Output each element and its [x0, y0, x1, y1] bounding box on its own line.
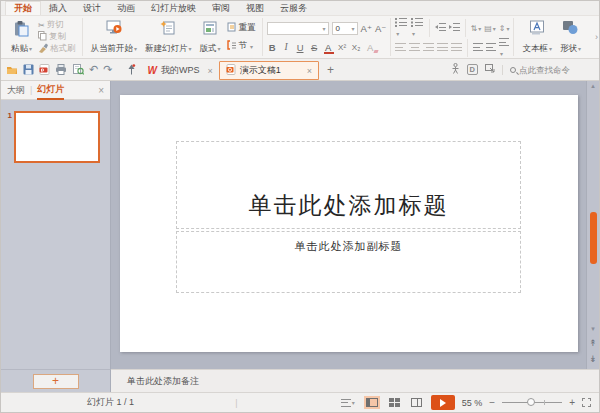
vertical-scrollbar[interactable]: ▴ ▾ ↟ ↡ [586, 81, 599, 369]
decrease-paragraph-spacing-button[interactable] [486, 43, 496, 53]
shapes-button[interactable]: 形状 [556, 18, 585, 56]
docer-icon[interactable]: D [467, 64, 478, 75]
increase-indent-icon [449, 23, 460, 31]
slideshow-play-button[interactable] [431, 395, 455, 410]
new-document-tab-button[interactable]: + [319, 59, 342, 80]
bullets-button[interactable] [395, 18, 408, 38]
scrollbar-thumb[interactable] [590, 212, 597, 264]
menu-tab-cloud[interactable]: 云服务 [272, 1, 315, 15]
slide-sorter-view-button[interactable] [387, 396, 402, 409]
search-input[interactable] [519, 65, 591, 75]
numbering-button[interactable] [411, 18, 424, 38]
paragraph-more-button[interactable] [499, 38, 509, 58]
zoom-out-button[interactable]: − [489, 397, 495, 408]
tab-slides[interactable]: 幻灯片 [37, 81, 64, 100]
print-preview-button[interactable] [72, 64, 84, 75]
clear-format-button[interactable]: A [365, 42, 376, 53]
fit-to-window-icon[interactable] [582, 398, 591, 407]
scroll-up-icon[interactable]: ▴ [587, 82, 599, 90]
undo-button[interactable]: ↶ [89, 64, 98, 75]
cut-button[interactable]: ✂ 剪切 [38, 19, 76, 31]
next-slide-button[interactable]: ↡ [587, 355, 599, 364]
menu-tab-design[interactable]: 设计 [75, 1, 109, 15]
reset-icon [227, 22, 237, 34]
format-painter-button[interactable]: 格式刷 [38, 43, 76, 55]
print-button[interactable] [55, 64, 67, 75]
previous-slide-button[interactable]: ↟ [587, 339, 599, 348]
normal-view-button[interactable] [364, 396, 380, 409]
slide-layout-button[interactable]: 版式 [196, 18, 225, 56]
ribbon-expand-chevron-icon[interactable]: › [595, 16, 598, 58]
new-slide-icon [160, 20, 176, 38]
line-spacing-button[interactable]: ⇕ [499, 23, 510, 33]
distribute-button[interactable] [451, 43, 462, 53]
slide-1[interactable]: 单击此处添加标题 单击此处添加副标题 [120, 95, 578, 352]
assistant-icon[interactable] [451, 63, 460, 76]
notes-area[interactable]: 单击此处添加备注 [111, 369, 599, 392]
paste-button[interactable]: 粘贴 [7, 18, 36, 56]
columns-icon: ▤ [484, 24, 492, 33]
pin-toolbar-button[interactable] [127, 64, 136, 75]
superscript-button[interactable]: X² [337, 43, 348, 52]
menu-tab-animation[interactable]: 动画 [109, 1, 143, 15]
strikethrough-button[interactable]: S [309, 42, 320, 53]
save-button[interactable] [23, 64, 34, 75]
menu-tab-insert[interactable]: 插入 [41, 1, 75, 15]
increase-font-size-button[interactable]: A⁺ [361, 23, 372, 34]
font-name-combo[interactable] [267, 22, 329, 35]
copy-button[interactable]: 复制 [38, 31, 76, 43]
redo-button[interactable]: ↷ [103, 64, 112, 75]
open-file-button[interactable] [6, 65, 18, 75]
close-panel-icon[interactable]: × [98, 85, 104, 96]
menu-tab-review[interactable]: 审阅 [204, 1, 238, 15]
presentation-file-icon [226, 64, 236, 77]
decrease-indent-button[interactable] [435, 23, 446, 33]
slide-editing-canvas[interactable]: 单击此处添加标题 单击此处添加副标题 ▴ ▾ ↟ ↡ [111, 81, 599, 369]
doc-tab-my-wps[interactable]: W 我的WPS × [141, 61, 218, 80]
align-right-icon [423, 43, 434, 51]
align-center-button[interactable] [409, 43, 420, 53]
paragraph-more-icon [499, 38, 509, 46]
section-button[interactable]: 节 [227, 40, 256, 52]
add-slide-button[interactable]: + [33, 374, 79, 389]
float-window-icon[interactable] [485, 64, 495, 75]
notes-toggle-button[interactable] [339, 397, 357, 409]
align-right-button[interactable] [423, 43, 434, 53]
text-direction-button[interactable]: ⇅ [470, 23, 481, 33]
italic-button[interactable]: I [281, 42, 292, 52]
zoom-slider-thumb[interactable] [527, 398, 535, 406]
close-tab-icon[interactable]: × [207, 66, 212, 76]
zoom-slider[interactable] [502, 402, 562, 403]
reset-slide-button[interactable]: 重置 [227, 22, 256, 34]
play-icon [440, 399, 446, 407]
font-color-button[interactable]: A [323, 42, 334, 53]
menu-tab-home[interactable]: 开始 [5, 1, 41, 15]
align-left-button[interactable] [395, 43, 406, 53]
bold-button[interactable]: B [267, 42, 278, 53]
close-tab-icon[interactable]: × [307, 66, 312, 76]
decrease-font-size-button[interactable]: A⁻ [375, 23, 386, 34]
menu-tab-slideshow[interactable]: 幻灯片放映 [143, 1, 204, 15]
menu-tab-view[interactable]: 视图 [238, 1, 272, 15]
title-placeholder[interactable]: 单击此处添加标题 [176, 141, 521, 229]
text-box-button[interactable]: 文本框 [518, 18, 556, 56]
start-from-current-button[interactable]: 从当前开始 [87, 18, 142, 56]
justify-button[interactable] [437, 43, 448, 53]
clipboard-group: 粘贴 ✂ 剪切 复制 格式刷 [3, 18, 83, 56]
zoom-in-button[interactable]: + [569, 397, 575, 408]
columns-button[interactable]: ▤ [484, 23, 496, 33]
new-slide-button[interactable]: 新建幻灯片 [141, 18, 196, 56]
scroll-down-icon[interactable]: ▾ [587, 325, 599, 333]
command-search[interactable] [502, 65, 591, 75]
font-size-combo[interactable]: 0 [332, 22, 358, 35]
subscript-button[interactable]: X₂ [351, 43, 362, 52]
increase-paragraph-spacing-button[interactable] [473, 43, 483, 53]
underline-button[interactable]: U [295, 42, 306, 53]
reading-view-button[interactable] [409, 396, 424, 409]
doc-tab-presentation1[interactable]: 演示文稿1 × [219, 61, 319, 80]
slide-1-thumbnail[interactable] [14, 111, 100, 163]
increase-indent-button[interactable] [449, 23, 460, 33]
subtitle-placeholder[interactable]: 单击此处添加副标题 [176, 231, 521, 293]
tab-outline[interactable]: 大纲 [7, 82, 25, 99]
export-pdf-button[interactable] [39, 64, 50, 75]
